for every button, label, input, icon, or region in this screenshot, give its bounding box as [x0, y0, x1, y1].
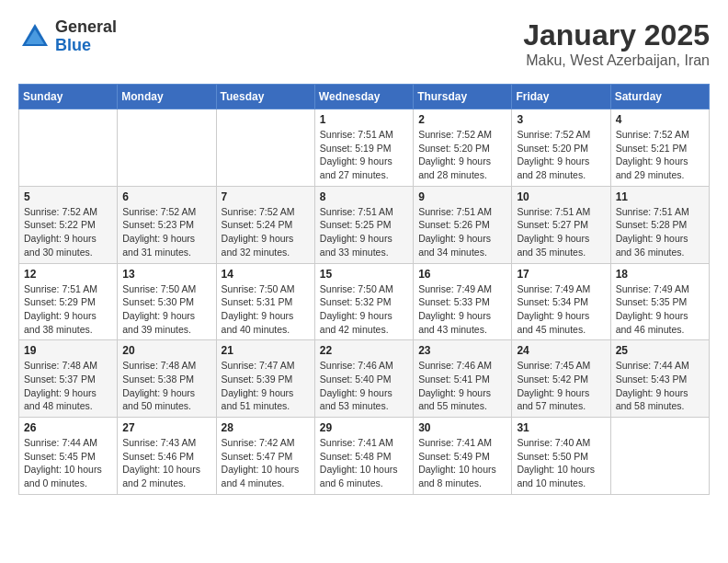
day-detail: Sunrise: 7:50 AM Sunset: 5:31 PM Dayligh…: [222, 282, 310, 337]
day-number: 10: [517, 190, 605, 203]
day-number: 13: [122, 268, 210, 281]
weekday-header-tuesday: Tuesday: [216, 85, 314, 109]
weekday-header-friday: Friday: [512, 85, 610, 109]
calendar-cell: 3Sunrise: 7:52 AM Sunset: 5:20 PM Daylig…: [512, 109, 610, 187]
day-number: 31: [517, 421, 605, 434]
week-row-1: 1Sunrise: 7:51 AM Sunset: 5:19 PM Daylig…: [19, 109, 710, 187]
weekday-header-wednesday: Wednesday: [314, 85, 413, 109]
calendar-cell: 29Sunrise: 7:41 AM Sunset: 5:48 PM Dayli…: [314, 418, 413, 495]
calendar-cell: 11Sunrise: 7:51 AM Sunset: 5:28 PM Dayli…: [610, 186, 709, 263]
day-number: 8: [320, 190, 408, 203]
day-number: 2: [418, 113, 506, 126]
day-detail: Sunrise: 7:46 AM Sunset: 5:40 PM Dayligh…: [320, 359, 408, 413]
week-row-5: 26Sunrise: 7:44 AM Sunset: 5:45 PM Dayli…: [19, 418, 710, 495]
calendar-cell: 12Sunrise: 7:51 AM Sunset: 5:29 PM Dayli…: [19, 263, 118, 340]
day-detail: Sunrise: 7:51 AM Sunset: 5:28 PM Dayligh…: [616, 205, 704, 259]
day-number: 30: [418, 421, 506, 434]
calendar-cell: 25Sunrise: 7:44 AM Sunset: 5:43 PM Dayli…: [610, 340, 709, 418]
weekday-header-saturday: Saturday: [610, 85, 709, 109]
day-detail: Sunrise: 7:48 AM Sunset: 5:37 PM Dayligh…: [24, 359, 112, 413]
day-number: 7: [222, 190, 310, 203]
day-detail: Sunrise: 7:46 AM Sunset: 5:41 PM Dayligh…: [418, 359, 506, 413]
day-detail: Sunrise: 7:52 AM Sunset: 5:23 PM Dayligh…: [122, 205, 210, 259]
weekday-header-sunday: Sunday: [19, 85, 118, 109]
day-number: 5: [24, 190, 112, 203]
day-number: 12: [24, 268, 112, 281]
calendar-cell: 17Sunrise: 7:49 AM Sunset: 5:34 PM Dayli…: [512, 263, 610, 340]
day-detail: Sunrise: 7:42 AM Sunset: 5:47 PM Dayligh…: [222, 436, 310, 490]
day-detail: Sunrise: 7:41 AM Sunset: 5:49 PM Dayligh…: [418, 436, 506, 490]
calendar-cell: 31Sunrise: 7:40 AM Sunset: 5:50 PM Dayli…: [512, 418, 610, 495]
day-detail: Sunrise: 7:51 AM Sunset: 5:19 PM Dayligh…: [320, 128, 408, 182]
day-number: 25: [616, 344, 704, 357]
calendar-cell: 16Sunrise: 7:49 AM Sunset: 5:33 PM Dayli…: [414, 263, 512, 340]
calendar-subtitle: Maku, West Azerbaijan, Iran: [523, 52, 710, 69]
day-number: 6: [122, 190, 210, 203]
day-detail: Sunrise: 7:41 AM Sunset: 5:48 PM Dayligh…: [320, 436, 408, 490]
day-detail: Sunrise: 7:50 AM Sunset: 5:30 PM Dayligh…: [122, 282, 210, 337]
day-number: 9: [418, 190, 506, 203]
day-detail: Sunrise: 7:49 AM Sunset: 5:34 PM Dayligh…: [517, 282, 605, 337]
day-number: 17: [517, 268, 605, 281]
calendar-cell: 20Sunrise: 7:48 AM Sunset: 5:38 PM Dayli…: [118, 340, 216, 418]
calendar-title: January 2025: [523, 18, 710, 52]
calendar-cell: 1Sunrise: 7:51 AM Sunset: 5:19 PM Daylig…: [314, 109, 413, 187]
logo-blue: Blue: [55, 37, 117, 55]
day-detail: Sunrise: 7:52 AM Sunset: 5:21 PM Dayligh…: [616, 128, 704, 182]
day-number: 29: [320, 421, 408, 434]
calendar-cell: 28Sunrise: 7:42 AM Sunset: 5:47 PM Dayli…: [216, 418, 314, 495]
day-detail: Sunrise: 7:45 AM Sunset: 5:42 PM Dayligh…: [517, 359, 605, 413]
calendar-cell: 14Sunrise: 7:50 AM Sunset: 5:31 PM Dayli…: [216, 263, 314, 340]
calendar-cell: 2Sunrise: 7:52 AM Sunset: 5:20 PM Daylig…: [414, 109, 512, 187]
logo-general: General: [55, 18, 117, 37]
calendar-cell: 21Sunrise: 7:47 AM Sunset: 5:39 PM Dayli…: [216, 340, 314, 418]
weekday-header-thursday: Thursday: [414, 85, 512, 109]
calendar-cell: 19Sunrise: 7:48 AM Sunset: 5:37 PM Dayli…: [19, 340, 118, 418]
week-row-4: 19Sunrise: 7:48 AM Sunset: 5:37 PM Dayli…: [19, 340, 710, 418]
day-detail: Sunrise: 7:44 AM Sunset: 5:45 PM Dayligh…: [24, 436, 112, 490]
day-number: 4: [616, 113, 704, 126]
logo-text: General Blue: [55, 18, 117, 55]
day-number: 14: [222, 268, 310, 281]
logo-icon: [18, 20, 51, 53]
day-detail: Sunrise: 7:49 AM Sunset: 5:35 PM Dayligh…: [616, 282, 704, 337]
calendar-cell: 26Sunrise: 7:44 AM Sunset: 5:45 PM Dayli…: [19, 418, 118, 495]
page-header: General Blue January 2025 Maku, West Aze…: [18, 18, 710, 69]
calendar-table: SundayMondayTuesdayWednesdayThursdayFrid…: [18, 84, 710, 495]
calendar-cell: 13Sunrise: 7:50 AM Sunset: 5:30 PM Dayli…: [118, 263, 216, 340]
day-number: 23: [418, 344, 506, 357]
day-detail: Sunrise: 7:51 AM Sunset: 5:26 PM Dayligh…: [418, 205, 506, 259]
calendar-cell: [216, 109, 314, 187]
day-detail: Sunrise: 7:50 AM Sunset: 5:32 PM Dayligh…: [320, 282, 408, 337]
day-detail: Sunrise: 7:52 AM Sunset: 5:22 PM Dayligh…: [24, 205, 112, 259]
day-number: 19: [24, 344, 112, 357]
calendar-cell: 9Sunrise: 7:51 AM Sunset: 5:26 PM Daylig…: [414, 186, 512, 263]
weekday-header-row: SundayMondayTuesdayWednesdayThursdayFrid…: [19, 85, 710, 109]
calendar-cell: 30Sunrise: 7:41 AM Sunset: 5:49 PM Dayli…: [414, 418, 512, 495]
title-block: January 2025 Maku, West Azerbaijan, Iran: [523, 18, 710, 69]
calendar-cell: 5Sunrise: 7:52 AM Sunset: 5:22 PM Daylig…: [19, 186, 118, 263]
day-detail: Sunrise: 7:51 AM Sunset: 5:27 PM Dayligh…: [517, 205, 605, 259]
day-number: 11: [616, 190, 704, 203]
day-number: 28: [222, 421, 310, 434]
calendar-cell: 8Sunrise: 7:51 AM Sunset: 5:25 PM Daylig…: [314, 186, 413, 263]
day-number: 18: [616, 268, 704, 281]
day-detail: Sunrise: 7:43 AM Sunset: 5:46 PM Dayligh…: [122, 436, 210, 490]
calendar-cell: 22Sunrise: 7:46 AM Sunset: 5:40 PM Dayli…: [314, 340, 413, 418]
day-number: 3: [517, 113, 605, 126]
day-detail: Sunrise: 7:49 AM Sunset: 5:33 PM Dayligh…: [418, 282, 506, 337]
logo: General Blue: [18, 18, 117, 55]
weekday-header-monday: Monday: [118, 85, 216, 109]
day-detail: Sunrise: 7:52 AM Sunset: 5:20 PM Dayligh…: [418, 128, 506, 182]
day-detail: Sunrise: 7:52 AM Sunset: 5:24 PM Dayligh…: [222, 205, 310, 259]
day-detail: Sunrise: 7:52 AM Sunset: 5:20 PM Dayligh…: [517, 128, 605, 182]
day-number: 22: [320, 344, 408, 357]
day-detail: Sunrise: 7:44 AM Sunset: 5:43 PM Dayligh…: [616, 359, 704, 413]
calendar-cell: [19, 109, 118, 187]
day-number: 20: [122, 344, 210, 357]
calendar-cell: [118, 109, 216, 187]
day-detail: Sunrise: 7:47 AM Sunset: 5:39 PM Dayligh…: [222, 359, 310, 413]
day-detail: Sunrise: 7:48 AM Sunset: 5:38 PM Dayligh…: [122, 359, 210, 413]
day-detail: Sunrise: 7:51 AM Sunset: 5:29 PM Dayligh…: [24, 282, 112, 337]
day-number: 27: [122, 421, 210, 434]
